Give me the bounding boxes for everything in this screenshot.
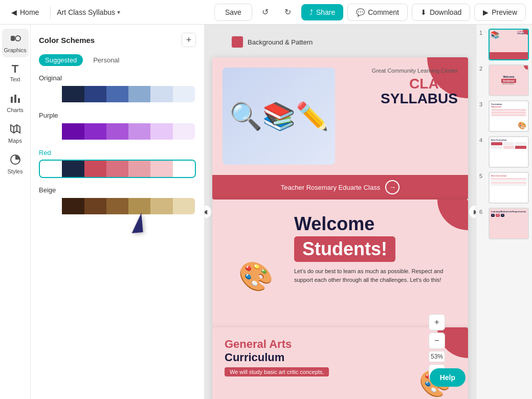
svg-marker-5 [11, 125, 20, 133]
scheme-purple-label: Purple [39, 112, 196, 119]
comment-button[interactable]: 💬 Comment [347, 4, 408, 21]
zoom-in-button[interactable]: + [429, 314, 445, 330]
slide-1[interactable]: 🔍📚✏️ Great Community Learning Center CLA… [212, 57, 468, 199]
scheme-red-strip[interactable] [39, 160, 196, 178]
slide3-title2: Curriculum [225, 351, 456, 364]
help-button[interactable]: Help [430, 368, 465, 387]
svg-rect-3 [14, 95, 16, 103]
thumb-img-1[interactable]: 📚 CLASSSYLLABUS [489, 29, 529, 60]
canvas-area[interactable]: Background & Pattern ◀ ▶ 🔍📚✏️ Great Comm… [205, 25, 476, 399]
thumbnail-3[interactable]: 3 CurriculumObjectives 🎨 [479, 100, 529, 132]
add-scheme-button[interactable]: + [182, 33, 196, 47]
slide3-subtitle: We will study basic art critic concepts, [225, 367, 329, 376]
left-sidebar: Graphics T Text Charts Maps Styles [0, 25, 31, 399]
slide1-syllabus-text: SYLLABUS [372, 91, 458, 107]
download-button[interactable]: ⬇ Download [412, 4, 470, 21]
panel-title: Color Schemes [39, 36, 95, 45]
suggested-tab[interactable]: Suggested [39, 54, 83, 66]
scheme-purple: Purple [39, 112, 196, 141]
graphics-icon [10, 33, 21, 46]
topbar: ◀ Home Art Class Syllabus ▾ Save ↺ ↻ ⤴ S… [0, 0, 532, 25]
styles-icon [10, 154, 21, 167]
text-icon: T [12, 63, 18, 75]
swatch [128, 123, 150, 140]
save-button[interactable]: Save [214, 4, 252, 21]
sidebar-item-styles[interactable]: Styles [2, 150, 29, 179]
svg-point-1 [15, 36, 20, 41]
sidebar-item-maps[interactable]: Maps [2, 119, 29, 148]
home-button[interactable]: ◀ Home [6, 5, 44, 19]
redo-button[interactable]: ↻ [279, 3, 297, 21]
sidebar-item-graphics[interactable]: Graphics [2, 29, 29, 57]
sidebar-item-text[interactable]: T Text [2, 59, 29, 86]
swatch [40, 123, 62, 140]
download-icon: ⬇ [420, 8, 427, 16]
slide2-welcome-text: Welcome [294, 215, 374, 233]
download-label: Download [430, 8, 461, 16]
thumb-num-4: 4 [479, 136, 485, 143]
thumbnail-4[interactable]: 4 Arts Curriculum [479, 136, 529, 168]
thumbnail-6[interactable]: 6 Learning Method and Requirements 01 02… [479, 208, 529, 239]
thumb-img-4[interactable]: Arts Curriculum [489, 136, 529, 168]
swatch [106, 123, 128, 140]
text-label: Text [10, 76, 20, 82]
personal-tab[interactable]: Personal [87, 54, 125, 66]
thumbnail-5[interactable]: 5 Arts Curriculum [479, 172, 529, 204]
preview-label: Preview [492, 8, 517, 16]
scheme-red: Red [39, 149, 196, 178]
charts-icon [10, 93, 21, 105]
thumb-num-5: 5 [479, 172, 485, 179]
scheme-tabs: Suggested Personal [39, 54, 196, 66]
preview-button[interactable]: ▶ Preview [474, 4, 526, 21]
slide-2[interactable]: 🎨 Welcome Students! Let's do our best to… [212, 199, 468, 327]
swatch [173, 123, 195, 140]
scheme-original-label: Original [39, 74, 196, 82]
slide3-title-part1: General Arts [225, 338, 292, 350]
thumb-num-3: 3 [479, 100, 485, 107]
undo-icon: ↺ [262, 7, 269, 17]
thumb-img-2[interactable]: Welcome Students! Let's do our best... [489, 64, 529, 96]
swatch [40, 161, 62, 177]
scheme-beige-strip[interactable] [39, 197, 196, 215]
scheme-purple-strip[interactable] [39, 122, 196, 141]
share-button[interactable]: ⤴ Share [301, 4, 343, 20]
preview-icon: ▶ [483, 8, 489, 16]
scheme-original-strip[interactable] [39, 85, 196, 103]
swatch [173, 198, 195, 214]
thumbnail-2[interactable]: 2 Welcome Students! Let's do our best... [479, 64, 529, 96]
charts-label: Charts [7, 107, 23, 113]
graphics-label: Graphics [4, 47, 26, 53]
swatch [84, 123, 106, 140]
thumb-num-6: 6 [479, 208, 485, 215]
thumb-num-1: 1 [479, 29, 485, 36]
swatch [150, 198, 172, 214]
right-thumbnails-panel: 1 📚 CLASSSYLLABUS 2 Welcome [476, 25, 532, 399]
swatch [150, 123, 172, 140]
swatch [62, 198, 84, 214]
undo-button[interactable]: ↺ [256, 3, 275, 21]
doc-title: Art Class Syllabus [57, 8, 115, 16]
sidebar-item-charts[interactable]: Charts [2, 88, 29, 117]
slide1-class-text: CLASS [372, 77, 458, 91]
thumb-img-5[interactable]: Arts Curriculum [489, 172, 529, 204]
bg-pattern-button[interactable]: Background & Pattern [225, 33, 319, 51]
slide1-arrow: → [385, 180, 400, 194]
swatch [62, 161, 84, 177]
home-icon: ◀ [11, 8, 17, 16]
slide3-title: General Arts [225, 338, 456, 351]
slide2-artist-figure: 🎨 [223, 225, 289, 327]
scheme-beige: Beige [39, 186, 196, 215]
swatch [62, 123, 84, 140]
thumb-img-3[interactable]: CurriculumObjectives 🎨 [489, 100, 529, 132]
home-label: Home [20, 8, 39, 16]
expand-panel-button[interactable]: ▶ [469, 205, 476, 219]
swatch [128, 161, 150, 177]
collapse-panel-button[interactable]: ◀ [205, 205, 212, 219]
maps-icon [10, 123, 21, 136]
comment-icon: 💬 [356, 8, 365, 16]
zoom-out-button[interactable]: − [429, 332, 445, 349]
thumbnail-1[interactable]: 1 📚 CLASSSYLLABUS [479, 29, 529, 60]
doc-title-area[interactable]: Art Class Syllabus ▾ [57, 8, 120, 16]
slide1-subtitle: Great Community Learning Center [372, 68, 458, 74]
thumb-img-6[interactable]: Learning Method and Requirements 01 02 0… [489, 208, 529, 239]
